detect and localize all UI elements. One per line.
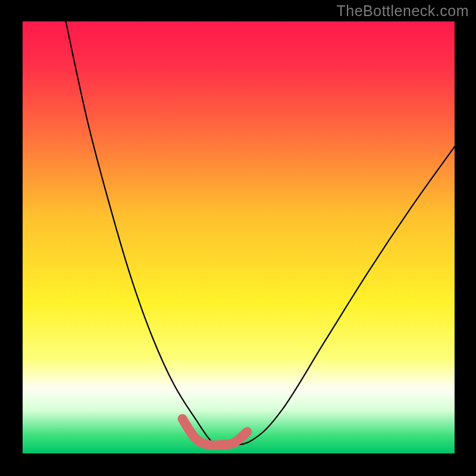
plot-background (23, 21, 455, 453)
chart-frame: TheBottleneck.com (0, 0, 476, 476)
chart-svg (0, 0, 476, 476)
